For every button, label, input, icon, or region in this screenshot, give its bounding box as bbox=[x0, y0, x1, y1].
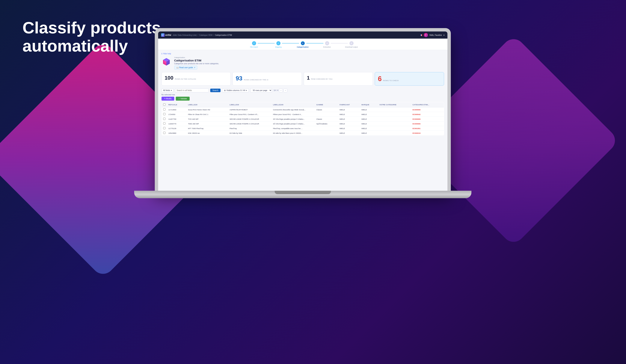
categorisation-icon bbox=[161, 57, 171, 66]
row-checkbox-3[interactable] bbox=[163, 122, 165, 125]
stat-label-you: ROW CHECKED BY YOU bbox=[311, 78, 333, 80]
row-checkbox-cell[interactable] bbox=[161, 107, 167, 112]
cell-fabricant-4: MIELE bbox=[338, 126, 360, 131]
laptop-screen: u unifai Joller Data Onboarding (Lite) /… bbox=[158, 32, 447, 191]
row-checkbox-cell[interactable] bbox=[161, 131, 167, 136]
columns-icon: ⊞ bbox=[224, 89, 226, 91]
main-content: ℹ Hide help bbox=[158, 50, 447, 191]
section-subtitle: Categorisation bbox=[174, 57, 219, 58]
cell-libelle30-5: Kit Side by Side bbox=[228, 131, 272, 136]
step-circle-4: 4 bbox=[325, 41, 329, 45]
validate-button[interactable]: ✓ Validate bbox=[176, 97, 190, 101]
th-select-all[interactable] bbox=[161, 102, 167, 107]
nav-logo: u unifai bbox=[161, 33, 171, 37]
prev-page-button[interactable]: ‹ bbox=[279, 89, 283, 92]
cell-marque-0: MIELE bbox=[360, 107, 378, 112]
cell-libelle30-2: SECHE-LINGE POMPE A CHALEUR bbox=[228, 117, 272, 121]
next-page-button[interactable]: › bbox=[283, 89, 287, 92]
nav-avatar: F bbox=[424, 33, 428, 37]
cell-libelle240-0: ConnectXD (Nouvelle App Miele Scout)... bbox=[272, 107, 315, 112]
heading-line2: automatically bbox=[23, 37, 161, 55]
cell-votre-cat-2 bbox=[378, 117, 411, 121]
table-row: 11840770 TWD 260 WP SECHE-LINGE POMPE A … bbox=[161, 121, 444, 126]
step-download[interactable]: 5 Download output bbox=[339, 41, 364, 48]
cell-fabricant-3: MIELE bbox=[338, 121, 360, 126]
cell-libelle240-2: SÃ¨che-linge posable pompe Ã chaleu... bbox=[272, 117, 315, 121]
cell-marque-5: MIELE bbox=[360, 131, 378, 136]
cell-libelle30-4: FlexiTray bbox=[228, 126, 272, 131]
step-file-import[interactable]: ✓ File import bbox=[242, 41, 266, 48]
step-circle-5: 5 bbox=[350, 41, 353, 45]
row-checkbox-0[interactable] bbox=[163, 108, 165, 110]
stat-label-ai: ROWS CHECKED BY THE AI bbox=[244, 79, 269, 81]
row-checkbox-cell[interactable] bbox=[161, 117, 167, 121]
th-categorie-etim: Categorie ETIM... bbox=[411, 102, 444, 107]
cell-gamme-0: Classic bbox=[315, 107, 338, 112]
breadcrumb-item-1[interactable]: Joller Data Onboarding (Lite) bbox=[173, 34, 197, 36]
laptop-base bbox=[134, 191, 471, 198]
row-checkbox-cell[interactable] bbox=[161, 121, 167, 126]
hide-help-label: Hide help bbox=[163, 53, 171, 55]
th-votre-categorie: Votre Categorie bbox=[378, 102, 411, 107]
cell-fabricant-2: MIELE bbox=[338, 117, 360, 121]
step-categorisation[interactable]: 3 Categorisation bbox=[291, 41, 315, 48]
step-mapping[interactable]: ✓ Mapping bbox=[266, 41, 291, 48]
cell-libelle240-5: Kit side by side blanc pour K 29202... bbox=[272, 131, 315, 136]
step-circle-2: ✓ bbox=[276, 41, 280, 45]
row-checkbox-cell[interactable] bbox=[161, 126, 167, 131]
cell-gamme-5 bbox=[315, 131, 338, 136]
book-icon: 📖 bbox=[176, 67, 179, 69]
per-page-select[interactable]: 50 rows per page bbox=[250, 88, 272, 93]
row-checkbox-4[interactable] bbox=[163, 127, 165, 129]
cell-refciale-0: 11713550 bbox=[167, 107, 187, 112]
cell-libelle20-0: Scout RX3 Home Vision HD bbox=[186, 107, 228, 112]
selection-label: No selected row bbox=[161, 94, 175, 96]
help-icon: ℹ bbox=[161, 53, 162, 55]
cell-gamme-1 bbox=[315, 112, 338, 117]
logo-text: unifai bbox=[165, 34, 171, 36]
th-libelle240: LIBELLE240 bbox=[272, 102, 315, 107]
th-libelle20: LIBELLE20 bbox=[186, 102, 228, 107]
action-buttons: ✎ Modify ✓ Validate bbox=[161, 97, 444, 101]
table-row: 11407790 TCD 440 WP SECHE-LINGE POMPE A … bbox=[161, 117, 444, 121]
data-table: REFCIALE LIBELLE20 LIBELLE30 LIBELLE240 … bbox=[161, 102, 444, 136]
section-info: Categorisation Catégorisation ETIM Categ… bbox=[174, 57, 219, 70]
filter-dropdown[interactable]: All fields ▾ bbox=[161, 88, 173, 92]
cell-gamme-4 bbox=[315, 126, 338, 131]
help-bar[interactable]: ℹ Hide help bbox=[161, 53, 444, 55]
step-label-3: Categorisation bbox=[297, 46, 309, 48]
read-guide-button[interactable]: 📖 Read user guide ↗ bbox=[174, 66, 197, 70]
laptop-outer: u unifai Joller Data Onboarding (Lite) /… bbox=[155, 28, 451, 191]
cell-votre-cat-5 bbox=[378, 131, 411, 136]
row-checkbox-1[interactable] bbox=[163, 113, 165, 115]
breadcrumb-item-2[interactable]: Catalogue OEM bbox=[199, 34, 212, 36]
breadcrumb-item-3[interactable]: Catégorisation ETIM bbox=[215, 34, 232, 36]
search-button[interactable]: Search bbox=[210, 89, 221, 92]
stat-label-to-check: ROWS TO CHECK bbox=[383, 80, 399, 82]
table-row: 10543880 KSK 28202 ws Kit Side by Side K… bbox=[161, 131, 444, 136]
row-checkbox-5[interactable] bbox=[163, 132, 165, 134]
search-input[interactable] bbox=[175, 88, 209, 92]
row-checkbox-cell[interactable] bbox=[161, 112, 167, 117]
table-row: 1724050 Filtre Air Clean RX SAC 1 Filtre… bbox=[161, 112, 444, 117]
cell-libelle30-3: SECHE-LINGE POMPE A CHALEUR bbox=[228, 121, 272, 126]
step-extraction[interactable]: 4 Extraction bbox=[315, 41, 339, 48]
step-label-2: Mapping bbox=[275, 46, 282, 48]
nav-chevron-icon[interactable]: ▾ bbox=[443, 34, 444, 36]
columns-button[interactable]: ⊞ Visible columns: 8 / 44 ▾ bbox=[222, 88, 249, 92]
th-marque: MARQUE bbox=[360, 102, 378, 107]
nav-left: u unifai Joller Data Onboarding (Lite) /… bbox=[161, 33, 232, 37]
stat-label-total: ROWS IN THE CATALOG bbox=[175, 78, 196, 80]
cell-marque-3: MIELE bbox=[360, 121, 378, 126]
step-circle-1: ✓ bbox=[252, 41, 256, 45]
stat-card-total: 100 ROWS IN THE CATALOG bbox=[161, 72, 231, 86]
cell-votre-cat-3 bbox=[378, 121, 411, 126]
modify-button[interactable]: ✎ Modify bbox=[161, 97, 174, 101]
section-title: Catégorisation ETIM bbox=[174, 59, 219, 62]
select-all-checkbox[interactable] bbox=[163, 103, 165, 106]
selection-bar: No selected row bbox=[161, 94, 444, 96]
nav-bar: u unifai Joller Data Onboarding (Lite) /… bbox=[158, 32, 447, 38]
cell-marque-1: MIELE bbox=[360, 112, 378, 117]
row-checkbox-2[interactable] bbox=[163, 118, 165, 120]
cell-votre-cat-1 bbox=[378, 112, 411, 117]
